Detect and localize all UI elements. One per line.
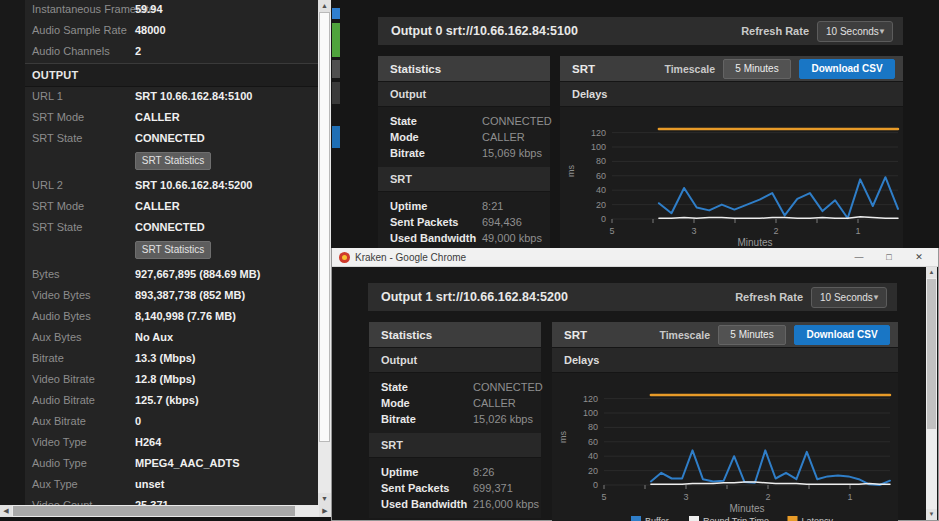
scroll-up-icon[interactable]: ▲ <box>318 0 331 12</box>
scrollbar-thumb[interactable] <box>927 279 936 429</box>
refresh-rate-value: 10 Seconds <box>820 292 873 303</box>
stat-value: 8,140,998 (7.76 MB) <box>135 310 236 322</box>
stat-row: Bytes927,667,895 (884.69 MB) <box>25 265 318 286</box>
scroll-down-icon[interactable]: ▼ <box>318 493 331 505</box>
srt-statistics-button[interactable]: SRT Statistics <box>135 152 211 170</box>
stat-value: 216,000 kbps <box>473 498 539 510</box>
stat-value: CONNECTED <box>473 381 543 393</box>
section-header-label: OUTPUT <box>32 69 78 81</box>
refresh-rate-select[interactable]: 10 Seconds ▼ <box>811 287 887 308</box>
stat-row: Audio Bytes8,140,998 (7.76 MB) <box>25 307 318 328</box>
stat-row: Video Bitrate12.8 (Mbps) <box>25 370 318 391</box>
srt-statistics-button[interactable]: SRT Statistics <box>135 241 211 259</box>
stat-row: URL 1SRT 10.66.162.84:5100 <box>25 87 318 108</box>
output1-statistics-panel: Statistics Output StateCONNECTEDModeCALL… <box>369 322 541 518</box>
svg-text:20: 20 <box>596 200 606 210</box>
svg-text:20: 20 <box>588 466 598 476</box>
stat-label: Bitrate <box>381 413 416 425</box>
stat-label: Audio Bitrate <box>32 394 95 406</box>
delays-title: Delays <box>572 82 607 107</box>
svg-text:Minutes: Minutes <box>729 503 764 514</box>
stat-label: Aux Bitrate <box>32 415 86 427</box>
download-csv-button[interactable]: Download CSV <box>794 325 890 345</box>
stat-label: SRT State <box>32 221 82 233</box>
stat-value: 2 <box>135 45 141 57</box>
stat-value: CONNECTED <box>482 115 552 127</box>
svg-text:0: 0 <box>601 214 606 224</box>
stat-row: Uptime8:21 <box>378 198 550 214</box>
svg-text:2: 2 <box>773 226 778 236</box>
statistics-panel-title: Statistics <box>381 322 432 348</box>
stat-label: Used Bandwidth <box>390 232 476 244</box>
window-bottom-strip <box>0 517 331 521</box>
scroll-left-icon[interactable]: ◀ <box>0 505 12 517</box>
kraken-favicon-icon <box>339 252 350 263</box>
section-header: OUTPUT <box>25 63 318 87</box>
output-section-title: Output <box>381 348 417 373</box>
left-gutter <box>0 0 25 521</box>
chrome-vertical-scrollbar[interactable]: ▲ ▼ <box>926 267 937 520</box>
chevron-down-icon: ▼ <box>872 288 880 307</box>
vertical-scrollbar[interactable]: ▲ ▼ <box>318 0 331 505</box>
stat-row: Bitrate13.3 (Mbps) <box>25 349 318 370</box>
output-section-title: Output <box>390 82 426 107</box>
stat-label: Sent Packets <box>390 216 458 228</box>
scroll-right-icon[interactable]: ▶ <box>319 505 331 517</box>
chrome-titlebar[interactable]: Kraken - Google Chrome — □ ✕ <box>332 248 938 267</box>
stat-value: CONNECTED <box>135 132 205 144</box>
svg-text:Latency: Latency <box>802 516 834 521</box>
stat-label: State <box>381 381 408 393</box>
stat-label: Audio Type <box>32 457 87 469</box>
maximize-button[interactable]: □ <box>875 248 903 266</box>
refresh-rate-label: Refresh Rate <box>741 25 809 37</box>
stat-row: ModeCALLER <box>369 395 541 411</box>
stat-value: 49,000 kbps <box>482 232 542 244</box>
delays-chart: 020406080100120ms5321MinutesBufferRound … <box>552 373 898 521</box>
close-button[interactable]: ✕ <box>905 248 933 266</box>
background-ui-sliver <box>332 23 340 57</box>
stat-row: Sent Packets699,371 <box>369 480 541 496</box>
stat-row: SRT StateCONNECTED <box>25 218 318 239</box>
stat-label: State <box>390 115 417 127</box>
stat-value: 927,667,895 (884.69 MB) <box>135 268 260 280</box>
stat-row: Video Bytes893,387,738 (852 MB) <box>25 286 318 307</box>
stat-value: 694,436 <box>482 216 522 228</box>
srt-section-title: SRT <box>381 433 403 458</box>
stat-row: Audio TypeMPEG4_AAC_ADTS <box>25 454 318 475</box>
stat-value: CALLER <box>473 397 516 409</box>
scroll-down-icon[interactable]: ▼ <box>926 509 937 520</box>
output0-statistics-panel: Statistics Output StateCONNECTEDModeCALL… <box>378 56 550 252</box>
srt-stats: Uptime8:26Sent Packets699,371Used Bandwi… <box>369 458 541 518</box>
timescale-button[interactable]: 5 Minutes <box>718 325 786 345</box>
minimize-button[interactable]: — <box>845 248 873 266</box>
chevron-down-icon: ▼ <box>878 22 886 41</box>
stat-row: Bitrate15,026 kbps <box>369 411 541 427</box>
refresh-rate-select[interactable]: 10 Seconds ▼ <box>817 21 893 42</box>
stat-row: Aux Typeunset <box>25 475 318 496</box>
delays-chart: 020406080100120ms5321MinutesBufferRound … <box>560 107 903 267</box>
scrollbar-thumb[interactable] <box>319 12 330 442</box>
stat-label: Mode <box>390 131 419 143</box>
stat-value: SRT 10.66.162.84:5100 <box>135 90 252 102</box>
stat-value: 125.7 (kbps) <box>135 394 199 406</box>
stat-value: unset <box>135 478 164 490</box>
chrome-window-title: Kraken - Google Chrome <box>355 248 466 267</box>
stat-row: Sent Packets694,436 <box>378 214 550 230</box>
timescale-button[interactable]: 5 Minutes <box>723 59 791 79</box>
scrollbar-thumb[interactable] <box>13 506 295 516</box>
stat-value: MPEG4_AAC_ADTS <box>135 457 240 469</box>
svg-text:120: 120 <box>583 394 598 404</box>
stream-statistics-window: Instantaneous Framerate59.94Audio Sample… <box>0 0 331 521</box>
svg-text:ms: ms <box>558 431 568 443</box>
stat-value: CONNECTED <box>135 221 205 233</box>
horizontal-scrollbar[interactable]: ◀ ▶ <box>0 505 331 517</box>
stat-value: 893,387,738 (852 MB) <box>135 289 245 301</box>
srt-panel-title: SRT <box>564 322 587 348</box>
stat-label: SRT Mode <box>32 200 84 212</box>
stat-value: CALLER <box>135 200 180 212</box>
svg-text:100: 100 <box>583 408 598 418</box>
download-csv-button[interactable]: Download CSV <box>799 59 895 79</box>
stat-label: Used Bandwidth <box>381 498 467 510</box>
stat-value: CALLER <box>135 111 180 123</box>
scroll-up-icon[interactable]: ▲ <box>926 267 937 278</box>
